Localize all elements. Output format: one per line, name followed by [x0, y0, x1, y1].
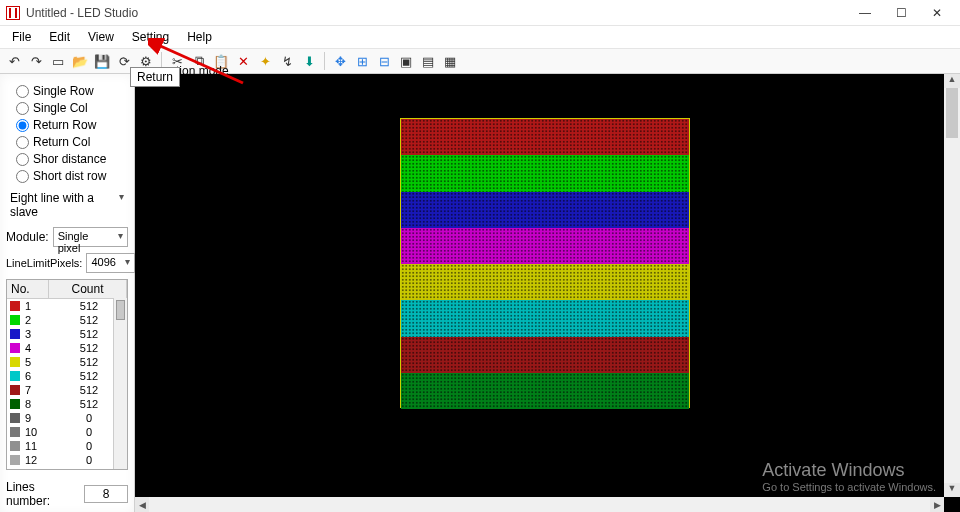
grid-b-icon[interactable]: ⊟ — [374, 51, 394, 71]
window-title: Untitled - LED Studio — [26, 6, 848, 20]
menu-view[interactable]: View — [80, 28, 122, 46]
radio-single-col[interactable]: Single Col — [16, 101, 128, 115]
download-icon[interactable]: ⬇ — [299, 51, 319, 71]
maximize-button[interactable]: ☐ — [884, 2, 918, 24]
canvas-scrollbar-vertical[interactable]: ▲▼ — [944, 74, 960, 497]
redo-icon[interactable]: ↷ — [26, 51, 46, 71]
lines-table: No. Count 151225123512451255126512751285… — [6, 279, 128, 470]
delete-icon[interactable]: ✕ — [233, 51, 253, 71]
connection-mode-group: ction mode Single Row Single Col Return … — [6, 84, 128, 183]
linelimit-select[interactable]: 4096 — [86, 253, 134, 273]
canvas[interactable]: Activate Windows Go to Settings to activ… — [135, 74, 960, 512]
led-band — [401, 155, 689, 191]
col-count[interactable]: Count — [49, 280, 127, 298]
led-band — [401, 300, 689, 336]
menubar: File Edit View Setting Help — [0, 26, 960, 49]
led-panel[interactable] — [400, 118, 690, 408]
undo-icon[interactable]: ↶ — [4, 51, 24, 71]
sidebar: ction mode Single Row Single Col Return … — [0, 74, 135, 512]
star-icon[interactable]: ✦ — [255, 51, 275, 71]
save-icon[interactable]: 💾 — [92, 51, 112, 71]
table-row[interactable]: 90 — [7, 411, 127, 425]
radio-short-distance[interactable]: Shor distance — [16, 152, 128, 166]
picture-icon[interactable]: ▣ — [396, 51, 416, 71]
table-row[interactable]: 1512 — [7, 299, 127, 313]
led-band — [401, 264, 689, 300]
radio-single-row[interactable]: Single Row — [16, 84, 128, 98]
lines-number-label: Lines number: — [6, 480, 78, 508]
table-row[interactable]: 130 — [7, 467, 127, 470]
toolbar-separator — [324, 52, 325, 70]
table-row[interactable]: 8512 — [7, 397, 127, 411]
table-row[interactable]: 4512 — [7, 341, 127, 355]
toolbar: ↶ ↷ ▭ 📂 💾 ⟳ ⚙ ✂ ⧉ 📋 ✕ ✦ ↯ ⬇ ✥ ⊞ ⊟ ▣ ▤ ▦ … — [0, 49, 960, 74]
led-band — [401, 119, 689, 155]
grid-a-icon[interactable]: ⊞ — [352, 51, 372, 71]
titlebar: Untitled - LED Studio — ☐ ✕ — [0, 0, 960, 26]
minimize-button[interactable]: — — [848, 2, 882, 24]
tooltip-return: Return — [130, 67, 180, 87]
table-scrollbar[interactable] — [113, 298, 127, 469]
module-select[interactable]: Single pixel — [53, 227, 128, 247]
table-row[interactable]: 100 — [7, 425, 127, 439]
grid-move-icon[interactable]: ✥ — [330, 51, 350, 71]
table-row[interactable]: 3512 — [7, 327, 127, 341]
link-icon[interactable]: ↯ — [277, 51, 297, 71]
open-icon[interactable]: 📂 — [70, 51, 90, 71]
lines-number-input[interactable] — [84, 485, 128, 503]
table-row[interactable]: 7512 — [7, 383, 127, 397]
windows-watermark: Activate Windows Go to Settings to activ… — [762, 460, 936, 493]
slave-select[interactable]: Eight line with a slave — [6, 189, 128, 221]
radio-short-dist-row[interactable]: Short dist row — [16, 169, 128, 183]
led-band — [401, 192, 689, 228]
linelimit-label: LineLimitPixels: — [6, 257, 82, 269]
table-row[interactable]: 110 — [7, 439, 127, 453]
canvas-scrollbar-horizontal[interactable]: ◀▶ — [135, 497, 944, 512]
close-button[interactable]: ✕ — [920, 2, 954, 24]
app-icon — [6, 6, 20, 20]
led-band — [401, 228, 689, 264]
table-row[interactable]: 2512 — [7, 313, 127, 327]
menu-edit[interactable]: Edit — [41, 28, 78, 46]
menu-help[interactable]: Help — [179, 28, 220, 46]
module-label: Module: — [6, 230, 49, 244]
table-row[interactable]: 6512 — [7, 369, 127, 383]
radio-return-col[interactable]: Return Col — [16, 135, 128, 149]
menu-file[interactable]: File — [4, 28, 39, 46]
export-icon[interactable]: ▤ — [418, 51, 438, 71]
new-icon[interactable]: ▭ — [48, 51, 68, 71]
col-no[interactable]: No. — [7, 280, 49, 298]
table-row[interactable]: 120 — [7, 453, 127, 467]
led-band — [401, 373, 689, 409]
monitor-icon[interactable]: ▦ — [440, 51, 460, 71]
menu-setting[interactable]: Setting — [124, 28, 177, 46]
radio-return-row[interactable]: Return Row — [16, 118, 128, 132]
table-row[interactable]: 5512 — [7, 355, 127, 369]
led-band — [401, 337, 689, 373]
